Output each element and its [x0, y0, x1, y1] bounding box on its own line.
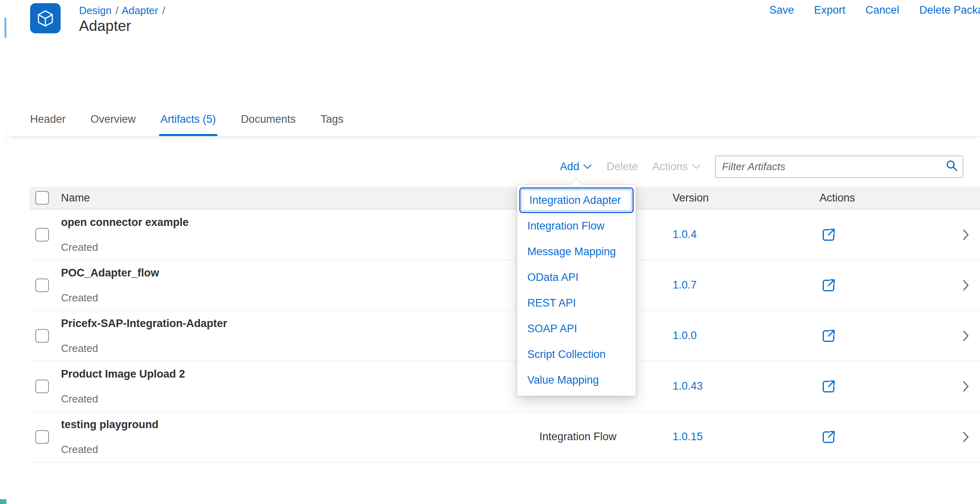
menu-item-value-mapping[interactable]: Value Mapping: [517, 367, 636, 393]
artifact-name-cell: Pricefx-SAP-Integration-Adapter Created: [61, 311, 539, 361]
chevron-right-icon[interactable]: [963, 431, 969, 443]
row-checkbox[interactable]: [35, 329, 49, 343]
artifact-name-cell: POC_Adapter_flow Created: [61, 260, 539, 310]
tab-bar: Header Overview Artifacts (5) Documents …: [6, 101, 980, 136]
artifact-status: Created: [61, 443, 539, 456]
artifact-name: testing playground: [61, 419, 539, 431]
artifacts-toolbar: Add Delete Actions: [560, 155, 963, 178]
add-dropdown-menu: Integration Adapter Integration Flow Mes…: [517, 184, 636, 396]
row-checkbox[interactable]: [35, 278, 49, 292]
chevron-right-icon[interactable]: [963, 381, 969, 392]
bottom-left-teal-fragment: [0, 499, 6, 504]
tab-artifacts[interactable]: Artifacts (5): [159, 113, 218, 136]
left-accent-bar: [4, 18, 6, 38]
artifact-name-cell: Product Image Upload 2 Created: [61, 361, 539, 411]
chevron-right-icon[interactable]: [963, 280, 969, 291]
column-header-version: Version: [667, 192, 815, 204]
page-header: Design/Adapter/ Adapter Save Export Canc…: [6, 0, 980, 52]
breadcrumb-separator: /: [158, 4, 168, 16]
column-header-actions: Actions: [815, 192, 952, 204]
artifact-type: Integration Flow: [539, 431, 667, 443]
table-row[interactable]: POC_Adapter_flow Created 1.0.7: [30, 260, 980, 311]
table-row[interactable]: Pricefx-SAP-Integration-Adapter Created …: [30, 311, 980, 361]
menu-item-integration-flow[interactable]: Integration Flow: [517, 213, 636, 239]
artifact-name-cell: open connector example Created: [61, 209, 539, 260]
chevron-right-icon[interactable]: [963, 330, 969, 341]
column-header-name: Name: [61, 192, 539, 204]
delete-package-button[interactable]: Delete Package: [919, 4, 980, 16]
page-title: Adapter: [79, 18, 131, 35]
artifact-status: Created: [61, 292, 539, 304]
row-checkbox[interactable]: [35, 430, 49, 444]
menu-item-soap-api[interactable]: SOAP API: [517, 316, 636, 341]
chevron-down-icon: [583, 164, 592, 169]
tab-tags[interactable]: Tags: [319, 113, 345, 136]
tab-header[interactable]: Header: [28, 113, 67, 136]
search-icon[interactable]: [945, 159, 958, 174]
export-button[interactable]: Export: [814, 4, 846, 16]
tab-overview[interactable]: Overview: [89, 113, 138, 136]
artifact-version-link[interactable]: 1.0.43: [673, 380, 703, 392]
artifact-name: POC_Adapter_flow: [61, 267, 539, 279]
artifacts-table: Name Version Actions open connector exam…: [30, 187, 980, 462]
artifact-version-link[interactable]: 1.0.4: [673, 228, 697, 240]
chevron-down-icon: [692, 164, 701, 169]
open-artifact-icon[interactable]: [819, 276, 838, 295]
left-edge-strip: [0, 0, 6, 504]
actions-button[interactable]: Actions: [652, 161, 701, 173]
artifact-name-cell: testing playground Created: [61, 412, 539, 462]
header-action-bar: Save Export Cancel Delete Package: [769, 4, 980, 16]
menu-item-rest-api[interactable]: REST API: [517, 290, 636, 316]
menu-item-script-collection[interactable]: Script Collection: [517, 341, 636, 367]
artifact-name: open connector example: [61, 216, 539, 229]
breadcrumb-link-design[interactable]: Design: [79, 4, 112, 16]
breadcrumb-separator: /: [112, 4, 122, 16]
artifact-status: Created: [61, 241, 539, 254]
table-row[interactable]: open connector example Created 1.0.4: [30, 209, 980, 260]
add-button[interactable]: Add: [560, 161, 592, 173]
table-row[interactable]: Product Image Upload 2 Created 1.0.43: [30, 361, 980, 412]
row-checkbox[interactable]: [35, 228, 49, 242]
filter-artifacts-search: [715, 156, 963, 178]
breadcrumb: Design/Adapter/: [79, 4, 168, 17]
select-all-checkbox[interactable]: [35, 191, 49, 205]
package-cube-icon: [30, 3, 61, 33]
menu-item-integration-adapter[interactable]: Integration Adapter: [519, 187, 634, 213]
artifact-version-link[interactable]: 1.0.15: [673, 431, 703, 443]
breadcrumb-link-adapter[interactable]: Adapter: [122, 4, 158, 16]
menu-item-odata-api[interactable]: OData API: [517, 264, 636, 290]
artifact-name: Product Image Upload 2: [61, 368, 539, 380]
add-button-label: Add: [560, 161, 579, 173]
artifact-version-link[interactable]: 1.0.7: [673, 279, 697, 291]
actions-button-label: Actions: [652, 161, 688, 173]
artifact-name: Pricefx-SAP-Integration-Adapter: [61, 317, 539, 330]
table-row[interactable]: testing playground Created Integration F…: [30, 412, 980, 462]
search-input[interactable]: [715, 156, 963, 178]
delete-button[interactable]: Delete: [606, 161, 638, 173]
open-artifact-icon[interactable]: [819, 327, 838, 345]
chevron-right-icon[interactable]: [963, 229, 969, 240]
menu-item-message-mapping[interactable]: Message Mapping: [517, 239, 636, 264]
open-artifact-icon[interactable]: [819, 428, 838, 446]
open-artifact-icon[interactable]: [819, 377, 838, 396]
cancel-button[interactable]: Cancel: [866, 4, 899, 16]
artifact-status: Created: [61, 342, 539, 355]
open-artifact-icon[interactable]: [819, 226, 838, 244]
save-button[interactable]: Save: [769, 4, 794, 16]
artifact-version-link[interactable]: 1.0.0: [673, 329, 697, 341]
row-checkbox[interactable]: [35, 380, 49, 393]
table-header-row: Name Version Actions: [30, 187, 980, 209]
delete-button-label: Delete: [606, 161, 638, 173]
artifact-status: Created: [61, 393, 539, 405]
tab-documents[interactable]: Documents: [239, 113, 297, 136]
